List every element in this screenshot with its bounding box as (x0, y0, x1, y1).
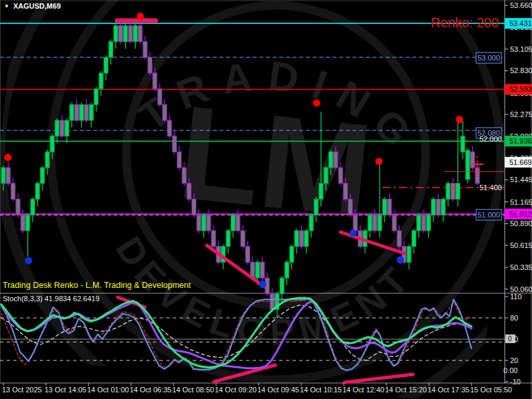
time-label: 14 Oct 09:45 (257, 386, 299, 394)
time-label: 15 Oct 05:50 (470, 386, 512, 394)
price-tick: 50.060 (510, 285, 532, 293)
stoch-axis[interactable]: 110805020-1000.00 (503, 293, 522, 386)
price-highlight-label: 51.012 (509, 210, 532, 218)
chart-canvas[interactable]: TRADINGDEVELOPMENTLM53.00052.08052.00051… (0, 0, 532, 399)
sell-signal-dot (313, 99, 321, 106)
price-marker-lines[interactable] (382, 156, 505, 188)
price-highlight-label: 51.669 (509, 158, 532, 166)
price-tick: 51.165 (510, 198, 532, 206)
time-label: 13 Oct 2025 (2, 386, 42, 394)
price-tick: 50.335 (510, 263, 532, 271)
price-highlight-label: 52.593 (509, 85, 532, 93)
price-tick: 52.275 (510, 110, 532, 118)
svg-text:DEVELOPMENT: DEVELOPMENT (99, 225, 424, 368)
price-tick: 50.890 (510, 219, 532, 227)
price-tick: 52.830 (510, 66, 532, 74)
time-label: 14 Oct 10:15 (300, 386, 342, 394)
price-highlight-label: 53.431 (509, 19, 532, 27)
sell-signal-dot (5, 154, 12, 161)
sell-signal-dot (376, 158, 383, 165)
buy-signal-dot (259, 281, 267, 288)
svg-text:0: 0 (508, 335, 512, 342)
time-label: 13 Oct 14:05 (45, 386, 86, 394)
stoch-tick: 80 (510, 314, 518, 322)
svg-text:51.400: 51.400 (479, 184, 502, 192)
symbol-title[interactable]: ▼ XAGUSD,M69 (4, 2, 61, 10)
svg-text:53.000: 53.000 (477, 54, 500, 62)
svg-text:52.000: 52.000 (479, 135, 502, 143)
buy-signal-dot (397, 256, 404, 263)
buy-signal-dot (350, 229, 357, 237)
price-tick: 53.105 (510, 45, 532, 53)
chevron-down-icon[interactable]: ▼ (4, 3, 9, 9)
stoch-tick: -10 (510, 378, 521, 386)
time-label: 14 Oct 17:35 (428, 386, 469, 394)
chart-footer-label: Trading Desk Renko - L.M. Trading & Deve… (3, 281, 191, 290)
time-label: 14 Oct 12:40 (342, 386, 384, 394)
stoch-tick: 110 (510, 293, 522, 301)
price-axis[interactable]: 53.66053.38553.10552.83052.55052.27552.0… (505, 1, 532, 293)
stoch-tick: 20 (510, 356, 518, 364)
symbol-title-label: XAGUSD,M69 (13, 2, 61, 10)
price-tick: 50.615 (510, 241, 532, 249)
time-label: 14 Oct 06:35 (130, 386, 172, 394)
price-tick: 53.660 (510, 1, 532, 9)
time-label: 14 Oct 15:20 (385, 386, 427, 394)
mt4-chart-window: TRADINGDEVELOPMENTLM53.00052.08052.00051… (0, 0, 532, 399)
renko-period-label: Renko: 200 (431, 15, 499, 31)
stochastic-pane[interactable] (0, 298, 505, 370)
price-highlight-label: 51.936 (509, 137, 532, 145)
time-label: 14 Oct 01:00 (87, 386, 129, 394)
svg-text:51.000: 51.000 (477, 211, 500, 219)
buy-signal-dot (25, 257, 33, 264)
price-tick: 51.445 (510, 176, 532, 184)
sell-signal-dot (137, 13, 144, 20)
stoch-extra-value: 0.00 (503, 366, 517, 374)
sell-signal-dot (456, 116, 464, 123)
time-label: 14 Oct 08:50 (172, 386, 214, 394)
stochastic-indicator-label[interactable]: Stoch(8,3,3) 41.9834 62.6419 (3, 295, 100, 303)
time-label: 14 Oct 09:20 (215, 386, 257, 394)
